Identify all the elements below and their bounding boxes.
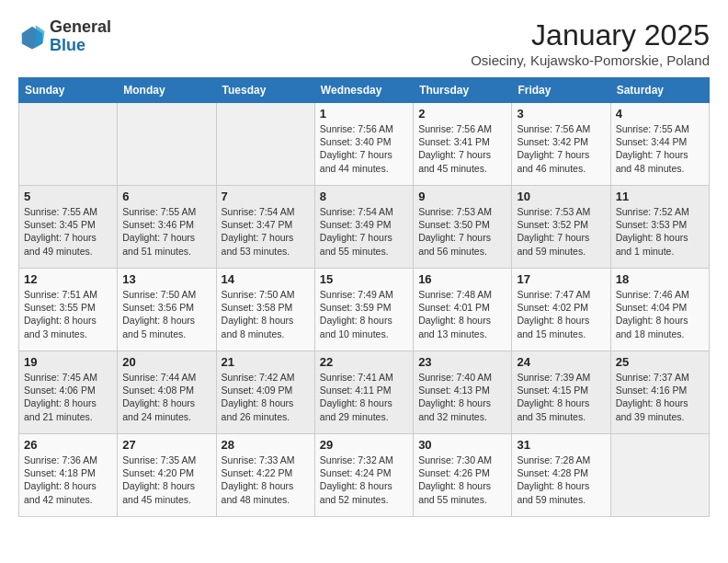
month-title: January 2025: [471, 18, 710, 52]
calendar-cell: 7Sunrise: 7:54 AM Sunset: 3:47 PM Daylig…: [216, 186, 314, 269]
day-info: Sunrise: 7:48 AM Sunset: 4:01 PM Dayligh…: [418, 288, 506, 340]
day-info: Sunrise: 7:32 AM Sunset: 4:24 PM Dayligh…: [320, 454, 408, 506]
day-info: Sunrise: 7:54 AM Sunset: 3:49 PM Dayligh…: [320, 205, 408, 258]
calendar-cell: 16Sunrise: 7:48 AM Sunset: 4:01 PM Dayli…: [414, 269, 512, 351]
day-number: 28: [222, 438, 310, 452]
day-info: Sunrise: 7:40 AM Sunset: 4:13 PM Dayligh…: [418, 371, 506, 423]
title-block: January 2025 Osieciny, Kujawsko-Pomorski…: [471, 18, 710, 68]
logo-text: General Blue: [50, 18, 111, 55]
day-number: 20: [122, 355, 210, 369]
weekday-header-thursday: Thursday: [414, 78, 512, 103]
calendar-cell: 28Sunrise: 7:33 AM Sunset: 4:22 PM Dayli…: [216, 434, 314, 517]
day-number: 12: [24, 272, 112, 286]
calendar-cell: 11Sunrise: 7:52 AM Sunset: 3:53 PM Dayli…: [610, 186, 709, 269]
calendar-header: SundayMondayTuesdayWednesdayThursdayFrid…: [19, 78, 710, 103]
day-info: Sunrise: 7:56 AM Sunset: 3:42 PM Dayligh…: [517, 122, 605, 175]
day-number: 26: [24, 438, 112, 452]
calendar-cell: 24Sunrise: 7:39 AM Sunset: 4:15 PM Dayli…: [512, 351, 610, 434]
day-number: 9: [418, 190, 506, 203]
calendar-cell: 9Sunrise: 7:53 AM Sunset: 3:50 PM Daylig…: [414, 186, 512, 269]
calendar-cell: 8Sunrise: 7:54 AM Sunset: 3:49 PM Daylig…: [314, 186, 413, 269]
day-info: Sunrise: 7:49 AM Sunset: 3:59 PM Dayligh…: [320, 288, 408, 340]
calendar-cell: 12Sunrise: 7:51 AM Sunset: 3:55 PM Dayli…: [19, 269, 118, 351]
day-number: 14: [222, 272, 310, 286]
calendar-cell: 10Sunrise: 7:53 AM Sunset: 3:52 PM Dayli…: [512, 186, 610, 269]
day-number: 25: [616, 355, 704, 369]
day-number: 11: [616, 190, 704, 203]
calendar-week-2: 5Sunrise: 7:55 AM Sunset: 3:45 PM Daylig…: [19, 186, 710, 269]
day-info: Sunrise: 7:56 AM Sunset: 3:41 PM Dayligh…: [418, 122, 506, 175]
day-number: 5: [24, 190, 112, 203]
calendar-cell: 27Sunrise: 7:35 AM Sunset: 4:20 PM Dayli…: [118, 434, 216, 517]
day-number: 6: [122, 190, 210, 203]
calendar-cell: 3Sunrise: 7:56 AM Sunset: 3:42 PM Daylig…: [512, 103, 610, 186]
calendar-cell: 30Sunrise: 7:30 AM Sunset: 4:26 PM Dayli…: [414, 434, 512, 517]
calendar-cell: 31Sunrise: 7:28 AM Sunset: 4:28 PM Dayli…: [512, 434, 610, 517]
calendar-cell: 29Sunrise: 7:32 AM Sunset: 4:24 PM Dayli…: [314, 434, 413, 517]
day-number: 17: [517, 272, 605, 286]
logo-blue: Blue: [50, 36, 85, 54]
day-info: Sunrise: 7:50 AM Sunset: 3:58 PM Dayligh…: [222, 288, 310, 340]
day-number: 2: [418, 107, 506, 121]
calendar-cell: 26Sunrise: 7:36 AM Sunset: 4:18 PM Dayli…: [19, 434, 118, 517]
day-number: 29: [320, 438, 408, 452]
day-number: 27: [122, 438, 210, 452]
day-number: 4: [616, 107, 704, 121]
calendar-cell: 19Sunrise: 7:45 AM Sunset: 4:06 PM Dayli…: [19, 351, 118, 434]
weekday-row: SundayMondayTuesdayWednesdayThursdayFrid…: [19, 78, 710, 103]
calendar-cell: 25Sunrise: 7:37 AM Sunset: 4:16 PM Dayli…: [610, 351, 709, 434]
day-number: 22: [320, 355, 408, 369]
weekday-header-saturday: Saturday: [610, 78, 709, 103]
page-header: General Blue January 2025 Osieciny, Kuja…: [18, 18, 710, 68]
location-subtitle: Osieciny, Kujawsko-Pomorskie, Poland: [471, 52, 710, 68]
weekday-header-tuesday: Tuesday: [216, 78, 314, 103]
day-info: Sunrise: 7:30 AM Sunset: 4:26 PM Dayligh…: [418, 454, 506, 506]
calendar-cell: [19, 103, 118, 186]
day-number: 13: [122, 272, 210, 286]
calendar-cell: 17Sunrise: 7:47 AM Sunset: 4:02 PM Dayli…: [512, 269, 610, 351]
day-info: Sunrise: 7:54 AM Sunset: 3:47 PM Dayligh…: [222, 205, 310, 258]
calendar-table: SundayMondayTuesdayWednesdayThursdayFrid…: [18, 77, 710, 517]
day-info: Sunrise: 7:36 AM Sunset: 4:18 PM Dayligh…: [24, 454, 112, 506]
day-number: 10: [517, 190, 605, 203]
day-info: Sunrise: 7:51 AM Sunset: 3:55 PM Dayligh…: [24, 288, 112, 340]
calendar-cell: 22Sunrise: 7:41 AM Sunset: 4:11 PM Dayli…: [314, 351, 413, 434]
calendar-cell: 14Sunrise: 7:50 AM Sunset: 3:58 PM Dayli…: [216, 269, 314, 351]
day-number: 7: [222, 190, 310, 203]
day-info: Sunrise: 7:44 AM Sunset: 4:08 PM Dayligh…: [122, 371, 210, 423]
day-info: Sunrise: 7:53 AM Sunset: 3:50 PM Dayligh…: [418, 205, 506, 258]
day-number: 1: [320, 107, 408, 121]
calendar-cell: 21Sunrise: 7:42 AM Sunset: 4:09 PM Dayli…: [216, 351, 314, 434]
day-number: 8: [320, 190, 408, 203]
logo-icon: [18, 23, 46, 51]
calendar-body: 1Sunrise: 7:56 AM Sunset: 3:40 PM Daylig…: [19, 103, 710, 517]
day-info: Sunrise: 7:50 AM Sunset: 3:56 PM Dayligh…: [122, 288, 210, 340]
calendar-cell: 23Sunrise: 7:40 AM Sunset: 4:13 PM Dayli…: [414, 351, 512, 434]
day-info: Sunrise: 7:55 AM Sunset: 3:45 PM Dayligh…: [24, 205, 112, 258]
calendar-cell: [216, 103, 314, 186]
day-info: Sunrise: 7:55 AM Sunset: 3:44 PM Dayligh…: [616, 122, 704, 175]
calendar-cell: 6Sunrise: 7:55 AM Sunset: 3:46 PM Daylig…: [118, 186, 216, 269]
day-info: Sunrise: 7:41 AM Sunset: 4:11 PM Dayligh…: [320, 371, 408, 423]
day-info: Sunrise: 7:35 AM Sunset: 4:20 PM Dayligh…: [122, 454, 210, 506]
day-number: 24: [517, 355, 605, 369]
weekday-header-wednesday: Wednesday: [314, 78, 413, 103]
day-number: 30: [418, 438, 506, 452]
day-info: Sunrise: 7:47 AM Sunset: 4:02 PM Dayligh…: [517, 288, 605, 340]
day-info: Sunrise: 7:46 AM Sunset: 4:04 PM Dayligh…: [616, 288, 704, 340]
day-number: 21: [222, 355, 310, 369]
calendar-cell: 1Sunrise: 7:56 AM Sunset: 3:40 PM Daylig…: [314, 103, 413, 186]
day-info: Sunrise: 7:37 AM Sunset: 4:16 PM Dayligh…: [616, 371, 704, 423]
logo: General Blue: [18, 18, 111, 55]
calendar-week-5: 26Sunrise: 7:36 AM Sunset: 4:18 PM Dayli…: [19, 434, 710, 517]
calendar-week-1: 1Sunrise: 7:56 AM Sunset: 3:40 PM Daylig…: [19, 103, 710, 186]
calendar-cell: [610, 434, 709, 517]
weekday-header-friday: Friday: [512, 78, 610, 103]
calendar-cell: 18Sunrise: 7:46 AM Sunset: 4:04 PM Dayli…: [610, 269, 709, 351]
day-number: 19: [24, 355, 112, 369]
calendar-cell: 20Sunrise: 7:44 AM Sunset: 4:08 PM Dayli…: [118, 351, 216, 434]
weekday-header-sunday: Sunday: [19, 78, 118, 103]
day-info: Sunrise: 7:28 AM Sunset: 4:28 PM Dayligh…: [517, 454, 605, 506]
weekday-header-monday: Monday: [118, 78, 216, 103]
day-info: Sunrise: 7:53 AM Sunset: 3:52 PM Dayligh…: [517, 205, 605, 258]
